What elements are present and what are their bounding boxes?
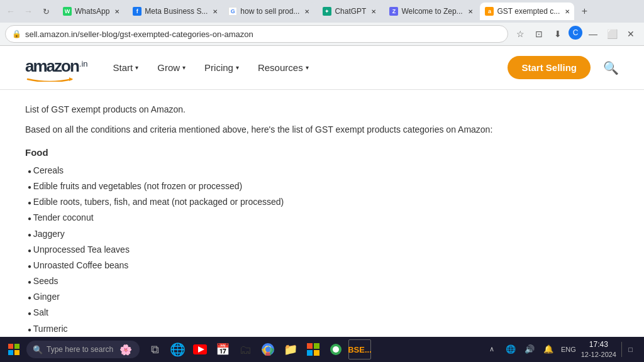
list-item: Unroasted Coffee beans (25, 258, 579, 273)
taskbar: 🔍 Type here to search 🌸 ⧉ 🌐 📅 🗂 📁 (0, 337, 644, 362)
svg-rect-11 (314, 343, 319, 349)
tab-close-google[interactable]: ✕ (303, 7, 311, 16)
profile-button[interactable]: C (569, 26, 582, 40)
start-selling-button[interactable]: Start Selling (508, 56, 591, 79)
article-description: Based on all the conditions and criteria… (25, 123, 579, 136)
bse-icon[interactable]: BSE... (348, 339, 371, 359)
svg-rect-4 (14, 350, 19, 355)
maximize-button[interactable]: ⬜ (604, 26, 620, 42)
list-item: Turmeric (25, 321, 579, 337)
forward-button[interactable]: → (20, 3, 36, 19)
tab-close-whatsapp[interactable]: ✕ (113, 7, 121, 16)
list-item: Seeds (25, 273, 579, 289)
svg-point-15 (333, 346, 339, 353)
nav-resources[interactable]: Resources ▾ (258, 62, 309, 73)
start-chevron: ▾ (135, 64, 138, 71)
nav-grow[interactable]: Grow ▾ (157, 62, 186, 73)
sys-tray: ∧ 🌐 🔊 🔔 (484, 342, 556, 357)
taskbar-icon-group: ⧉ 🌐 📅 🗂 📁 (145, 339, 371, 359)
show-desktop-button[interactable]: □ (621, 342, 636, 357)
list-item: Jaggery (25, 226, 579, 242)
lock-icon: 🔒 (12, 30, 21, 38)
address-text: sell.amazon.in/seller-blog/gst-exempted-… (25, 30, 501, 39)
back-button[interactable]: ← (3, 3, 19, 19)
list-item: Unprocessed Tea leaves (25, 242, 579, 258)
tab-meta[interactable]: f Meta Business S... ✕ (128, 3, 222, 20)
ms365-icon[interactable] (303, 339, 323, 359)
list-item: Tender coconut (25, 210, 579, 226)
minimize-button[interactable]: — (585, 26, 601, 42)
address-bar[interactable]: 🔒 sell.amazon.in/seller-blog/gst-exempte… (5, 25, 508, 43)
nav-links: Start ▾ Grow ▾ Pricing ▾ Resources ▾ (113, 62, 508, 73)
tab-close-chatgpt[interactable]: ✕ (369, 7, 378, 16)
svg-point-9 (265, 347, 270, 352)
address-bar-row: 🔒 sell.amazon.in/seller-blog/gst-exempte… (0, 23, 644, 45)
svg-rect-10 (307, 343, 313, 349)
refresh-button[interactable]: ↻ (38, 3, 54, 19)
list-item: Cereals (25, 163, 579, 178)
tab-zep[interactable]: Z Welcome to Zep... ✕ (384, 3, 479, 20)
list-item: Ginger (25, 289, 579, 305)
taskbar-search-box[interactable]: 🔍 Type here to search 🌸 (26, 341, 140, 358)
article-intro: List of GST exempt products on Amazon. (25, 102, 579, 116)
tab-google[interactable]: G how to sell prod... ✕ (223, 3, 316, 20)
content-scroll[interactable]: List of GST exempt products on Amazon. B… (0, 90, 644, 359)
resources-chevron: ▾ (306, 64, 309, 71)
tab-chatgpt[interactable]: ✦ ChatGPT ✕ (318, 3, 383, 20)
extensions-button[interactable]: ⊡ (531, 26, 547, 42)
list-item: Edible roots, tubers, fish, and meat (no… (25, 194, 579, 210)
task-view-icon[interactable]: ⧉ (145, 339, 165, 359)
tab-whatsapp[interactable]: W WhatsApp ✕ (58, 3, 126, 20)
chevron-up-icon[interactable]: ∧ (484, 342, 499, 357)
taskbar-search-icon: 🔍 (33, 345, 43, 354)
page-wrapper: List of GST exempt products on Amazon. B… (0, 90, 644, 359)
article-content: List of GST exempt products on Amazon. B… (0, 90, 604, 359)
google-chrome-icon[interactable] (258, 339, 278, 359)
list-item: Edible fruits and vegetables (not frozen… (25, 178, 579, 194)
amazon-nav: amazon .in Start ▾ Grow ▾ Pricing ▾ Reso… (0, 46, 644, 90)
close-button[interactable]: ✕ (623, 26, 639, 42)
files-icon[interactable]: 🗂 (235, 339, 255, 359)
chrome2-icon[interactable] (326, 339, 346, 359)
nav-start[interactable]: Start ▾ (113, 62, 139, 73)
svg-marker-0 (69, 77, 73, 81)
network-icon[interactable]: 🌐 (503, 342, 518, 357)
time-display: 17:43 (581, 340, 616, 350)
food-list: Cereals Edible fruits and vegetables (no… (25, 163, 579, 359)
svg-rect-1 (8, 344, 13, 349)
tab-close-zep[interactable]: ✕ (466, 7, 475, 16)
browser-chrome: ← → ↻ W WhatsApp ✕ f Meta Business S... … (0, 0, 644, 46)
youtube-icon[interactable] (190, 339, 210, 359)
download-button[interactable]: ⬇ (550, 26, 566, 42)
notifications-icon[interactable]: 🔔 (541, 342, 556, 357)
search-icon[interactable]: 🔍 (603, 60, 619, 75)
pricing-chevron: ▾ (236, 64, 239, 71)
volume-icon[interactable]: 🔊 (522, 342, 537, 357)
taskbar-right: ∧ 🌐 🔊 🔔 ENG 17:43 12-12-2024 □ (484, 340, 641, 359)
calendar-icon[interactable]: 📅 (213, 339, 233, 359)
tab-gst[interactable]: a GST exempted c... ✕ (480, 3, 574, 20)
grow-chevron: ▾ (182, 64, 186, 71)
svg-rect-3 (8, 350, 13, 355)
toolbar-icons: ☆ ⊡ ⬇ C — ⬜ ✕ (512, 26, 639, 42)
taskbar-search-text: Type here to search (47, 345, 113, 354)
tab-close-gst[interactable]: ✕ (563, 7, 572, 16)
lang-indicator: ENG (561, 346, 576, 353)
nav-pricing[interactable]: Pricing ▾ (204, 62, 239, 73)
svg-rect-2 (14, 344, 19, 349)
edge-icon[interactable]: 🌐 (167, 339, 187, 359)
start-button[interactable] (3, 338, 25, 361)
folder-icon[interactable]: 📁 (280, 339, 301, 359)
bookmark-button[interactable]: ☆ (512, 26, 528, 42)
tab-bar: ← → ↻ W WhatsApp ✕ f Meta Business S... … (0, 0, 644, 23)
tab-close-meta[interactable]: ✕ (211, 7, 219, 16)
amazon-logo[interactable]: amazon .in (25, 57, 88, 79)
time-date[interactable]: 17:43 12-12-2024 (581, 340, 616, 359)
new-tab-button[interactable]: + (575, 3, 593, 20)
list-item: Salt (25, 305, 579, 321)
date-display: 12-12-2024 (581, 350, 616, 359)
section-heading: Food (25, 147, 579, 158)
svg-rect-12 (307, 350, 313, 356)
svg-rect-13 (314, 350, 319, 356)
